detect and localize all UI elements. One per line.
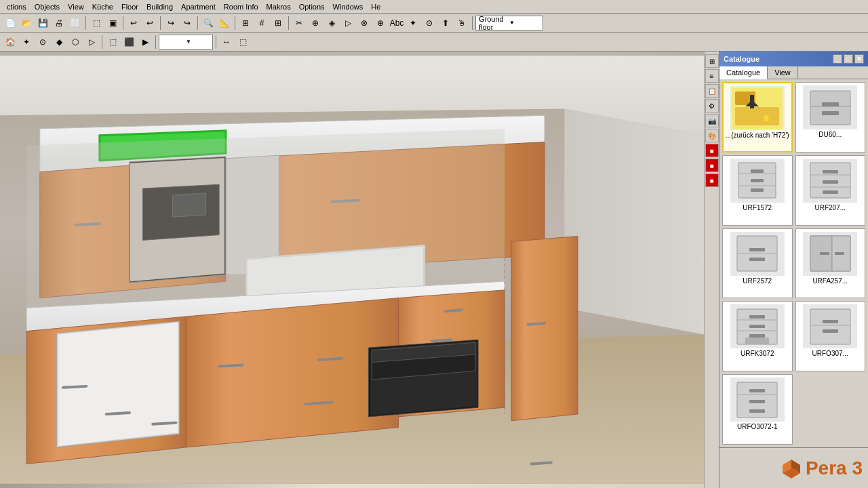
tb2-btn6[interactable]: ▷ xyxy=(84,35,99,49)
side-icon-red2[interactable]: ■ xyxy=(705,159,719,172)
catalog-label-urf2572: URF2572 xyxy=(743,277,772,285)
side-icon-render[interactable]: 🎨 xyxy=(705,129,719,142)
menu-options[interactable]: Options xyxy=(295,1,329,12)
tb2-btn8[interactable]: ⬛ xyxy=(121,35,136,49)
viewport-3d[interactable] xyxy=(0,52,704,488)
redo-button[interactable]: ↪ xyxy=(163,16,178,30)
maximize-button[interactable]: □ xyxy=(844,54,853,64)
tb2-btn2[interactable]: ✦ xyxy=(19,35,34,49)
tool4[interactable]: ▷ xyxy=(340,16,355,30)
redo2-button[interactable]: ↪ xyxy=(180,16,195,30)
menu-he[interactable]: He xyxy=(367,1,384,12)
catalog-window-header: Catalogue _ □ ✕ xyxy=(719,52,868,66)
catalog-item-urfo307[interactable]: URFO307... xyxy=(795,301,866,371)
tb2-btn3[interactable]: ⊙ xyxy=(35,35,50,49)
svg-marker-21 xyxy=(186,298,398,447)
tool8[interactable]: ✦ xyxy=(406,16,420,30)
svg-rect-80 xyxy=(749,315,765,319)
new-button[interactable]: 📄 xyxy=(3,16,18,30)
menu-kuche[interactable]: Küche xyxy=(88,1,117,12)
catalog-item-urf2572[interactable]: URF2572 xyxy=(722,228,793,299)
side-icon-objects[interactable]: ≡ xyxy=(705,69,719,83)
menu-makros[interactable]: Makros xyxy=(262,1,295,12)
box-select-button[interactable]: ▣ xyxy=(105,16,120,30)
menu-floor[interactable]: Floor xyxy=(117,1,142,12)
svg-rect-44 xyxy=(750,95,754,108)
tool9[interactable]: ⊙ xyxy=(422,16,437,30)
catalog-thumb-urfa257 xyxy=(803,232,857,276)
tool11[interactable]: 🖱 xyxy=(454,16,469,30)
floor-dropdown[interactable]: Ground floor ▼ xyxy=(475,16,543,30)
tool2[interactable]: ⊕ xyxy=(308,16,323,30)
side-icon-red1[interactable]: ■ xyxy=(705,144,719,157)
open-button[interactable]: 📂 xyxy=(19,16,34,30)
catalog-item-urf1572[interactable]: URF1572 xyxy=(722,155,793,226)
tb2-btn4[interactable]: ◆ xyxy=(52,35,66,49)
undo-button[interactable]: ↩ xyxy=(126,16,141,30)
sep5 xyxy=(235,16,235,30)
measure-button[interactable]: 📐 xyxy=(217,16,232,30)
side-toolbar: ⊞ ≡ 📋 ⚙ 📷 🎨 ■ ■ ■ xyxy=(704,52,719,488)
catalog-tabs: Catalogue View xyxy=(719,66,868,79)
tb2-btn1[interactable]: 🏠 xyxy=(3,35,18,49)
catalog-item-back[interactable]: ⭐ ...(zurück nach 'H72') xyxy=(722,82,793,152)
tool1[interactable]: ✂ xyxy=(292,16,307,30)
catalog-item-urf207[interactable]: URF207... xyxy=(795,155,866,226)
sep1 xyxy=(85,16,86,30)
catalog-item-du60[interactable]: DU60... xyxy=(795,82,866,152)
tb2-btn9[interactable]: ▶ xyxy=(138,35,153,49)
select-button[interactable]: ⬚ xyxy=(89,16,104,30)
tb2-btn11[interactable]: ⬚ xyxy=(235,35,250,49)
tb2-btn10[interactable]: ↔ xyxy=(219,35,234,49)
tool10[interactable]: ⬆ xyxy=(438,16,453,30)
snap-button[interactable]: ⊞ xyxy=(238,16,253,30)
menu-windows[interactable]: Windows xyxy=(329,1,368,12)
tool5[interactable]: ⊗ xyxy=(357,16,372,30)
menu-building[interactable]: Building xyxy=(142,1,177,12)
side-icon-layers[interactable]: ⊞ xyxy=(705,54,719,68)
side-icon-red3[interactable]: ■ xyxy=(705,174,719,187)
catalog-item-urfa257[interactable]: URFA257... xyxy=(795,228,866,299)
menu-objects[interactable]: Objects xyxy=(31,1,64,12)
menu-roominfo[interactable]: Room Info xyxy=(220,1,262,12)
svg-line-24 xyxy=(153,423,176,424)
svg-rect-42 xyxy=(735,107,779,125)
sep9 xyxy=(155,35,156,49)
side-icon-camera[interactable]: 📷 xyxy=(705,114,719,127)
svg-line-29 xyxy=(432,340,452,341)
svg-rect-55 xyxy=(751,169,764,173)
room-dropdown[interactable]: ▼ xyxy=(159,35,213,49)
svg-rect-81 xyxy=(749,325,765,328)
menu-view[interactable]: View xyxy=(64,1,88,12)
side-icon-catalog[interactable]: 📋 xyxy=(705,84,719,98)
save-button[interactable]: 💾 xyxy=(35,16,50,30)
tool3[interactable]: ◈ xyxy=(324,16,339,30)
undo2-button[interactable]: ↩ xyxy=(142,16,157,30)
close-button[interactable]: ✕ xyxy=(854,54,864,64)
svg-marker-3 xyxy=(564,109,704,335)
svg-rect-47 xyxy=(810,91,850,125)
grid2-button[interactable]: ⊞ xyxy=(271,16,285,30)
print-button[interactable]: 🖨 xyxy=(52,16,66,30)
tab-view[interactable]: View xyxy=(768,66,798,79)
zoom-button[interactable]: 🔍 xyxy=(201,16,216,30)
sep7 xyxy=(472,16,473,30)
minimize-button[interactable]: _ xyxy=(833,54,842,64)
catalog-item-urfo3072-1[interactable]: URFO3072-1 xyxy=(722,374,793,445)
icon4[interactable]: ⬜ xyxy=(68,16,83,30)
svg-rect-88 xyxy=(823,329,838,333)
tab-catalogue[interactable]: Catalogue xyxy=(719,66,768,79)
tool7[interactable]: Abc xyxy=(389,16,404,30)
svg-rect-62 xyxy=(823,170,838,174)
menu-actions[interactable]: ctions xyxy=(3,1,31,12)
catalog-item-urfk3072[interactable]: URFK3072 xyxy=(722,301,793,371)
menu-apartment[interactable]: Apartment xyxy=(177,1,220,12)
svg-rect-49 xyxy=(822,102,839,106)
scene-3d xyxy=(0,52,704,488)
tool6[interactable]: ⊕ xyxy=(373,16,388,30)
side-icon-properties[interactable]: ⚙ xyxy=(705,99,719,113)
tb2-btn7[interactable]: ⬚ xyxy=(105,35,120,49)
grid-button[interactable]: # xyxy=(254,16,269,30)
svg-text:⭐: ⭐ xyxy=(762,114,771,123)
tb2-btn5[interactable]: ⬡ xyxy=(68,35,83,49)
